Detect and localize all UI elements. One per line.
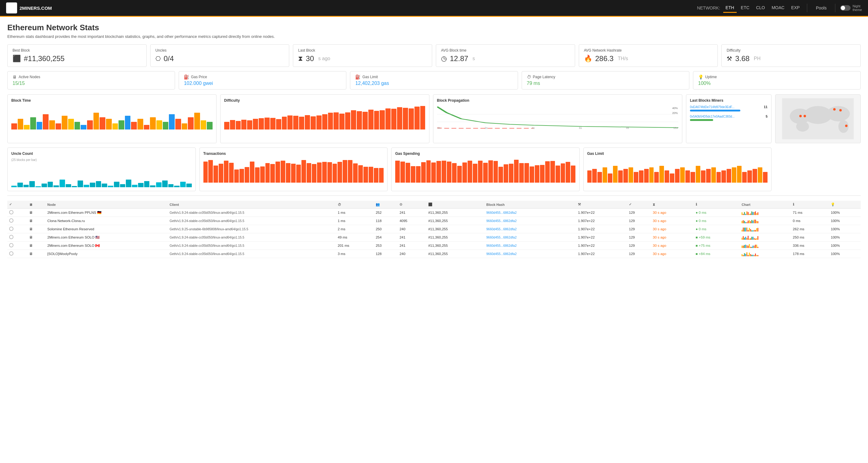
last-blocks-miners: Last Blocks Miners 0xEA674fdDe714fd979de…: [686, 94, 772, 143]
td-circle[interactable]: [7, 233, 27, 242]
nav-exp[interactable]: EXP: [788, 3, 802, 13]
td-hash: 9660d455...6862dfa2: [485, 233, 576, 242]
night-theme-toggle[interactable]: Nighttheme: [840, 4, 862, 11]
bar: [357, 111, 362, 129]
circle-button[interactable]: [9, 243, 13, 247]
circle-button[interactable]: [9, 251, 13, 256]
td-pending: 241: [398, 209, 426, 217]
nav-etc[interactable]: ETC: [739, 3, 752, 13]
chart-area: [204, 158, 384, 183]
transactions-chart: Transactions: [199, 148, 388, 191]
circle-button[interactable]: [9, 218, 13, 223]
bar: [530, 166, 534, 183]
minibar: [742, 212, 742, 215]
bar: [49, 120, 55, 129]
bar: [675, 169, 680, 183]
bar: [369, 167, 373, 183]
bar: [664, 171, 669, 183]
bar: [81, 125, 87, 129]
td-name: [SOLO]WoolyPooly: [45, 250, 168, 258]
td-txs: 129: [627, 209, 651, 217]
stat-value: ⎔ 0/4: [155, 54, 284, 63]
stat-uptime: 💡 Uptime 100%: [693, 71, 861, 90]
fire-icon: 🔥: [584, 55, 592, 63]
bar: [281, 161, 285, 183]
minibar: [744, 253, 745, 256]
td-propagation: ■ +84 ms: [694, 250, 740, 258]
minibar: [748, 255, 749, 256]
bar: [351, 110, 356, 129]
stat-unit: TH/s: [618, 56, 628, 61]
nav-eth[interactable]: ETH: [723, 3, 737, 13]
minibar: [754, 212, 755, 215]
td-peers: 253: [374, 242, 398, 250]
bar: [119, 120, 124, 129]
circle-button[interactable]: [9, 226, 13, 231]
td-circle[interactable]: [7, 225, 27, 233]
nav-clo[interactable]: CLO: [754, 3, 768, 13]
td-circle[interactable]: [7, 209, 27, 217]
bar: [649, 167, 654, 183]
chart-title: Difficulty: [224, 98, 426, 103]
minibar: [746, 227, 747, 232]
bulb-icon: 💡: [698, 74, 703, 80]
stats-row-1: Best Block ⬛ #11,360,255 Uncles ⎔ 0/4 La…: [7, 44, 861, 67]
bar: [726, 169, 731, 183]
td-pending: 4095: [398, 217, 426, 225]
prop-axis: 0s2s4s6s8s10s: [437, 126, 679, 129]
bar: [24, 185, 29, 187]
td-circle[interactable]: [7, 242, 27, 250]
td-circle[interactable]: [7, 217, 27, 225]
stat2-label: ⛽ Gas Price: [184, 74, 341, 80]
td-client: Geth/v1.9.24-stable-cc05b050/linux-amd64…: [168, 242, 336, 250]
clock-icon: ◷: [441, 55, 447, 63]
bar: [48, 182, 53, 187]
minibar: [755, 245, 756, 248]
stat-number: #11,360,255: [24, 54, 64, 63]
nav-links: NETWORK: ETH ETC CLO MOAC EXP Pools Nigh…: [697, 3, 862, 13]
td-latency2: 336 ms: [791, 242, 829, 250]
minibar: [744, 238, 745, 240]
bar: [721, 171, 726, 183]
bar: [494, 161, 498, 183]
circle-button[interactable]: [9, 210, 13, 214]
bar: [763, 172, 768, 183]
stat-unit: s ago: [318, 56, 330, 61]
bar: [737, 166, 742, 183]
bar: [18, 183, 23, 187]
td-peers: 250: [374, 225, 398, 233]
bar: [240, 169, 244, 183]
th-lat2: ℹ: [791, 200, 829, 209]
brand[interactable]: ⛏ 2MINERS.COM: [6, 2, 52, 13]
bar: [299, 117, 304, 129]
minibar: [749, 253, 750, 256]
td-propagation: ■ +75 ms: [694, 242, 740, 250]
bar: [395, 161, 400, 183]
minibar: [743, 246, 744, 248]
minibar: [745, 222, 746, 223]
bar: [11, 186, 17, 187]
bar: [276, 119, 281, 129]
spacer: [775, 148, 861, 191]
circle-button[interactable]: [9, 235, 13, 239]
bar: [659, 166, 664, 183]
bar: [125, 116, 131, 129]
bar: [93, 113, 99, 129]
minibar: [755, 220, 756, 223]
nav-divider: [807, 4, 807, 12]
td-diff: 1.907e+22: [576, 250, 627, 258]
minibar: [752, 230, 753, 232]
prop-labels: 40%20%: [672, 106, 678, 116]
bar: [41, 184, 47, 187]
minibar: [756, 255, 757, 256]
nav-moac[interactable]: MOAC: [769, 3, 787, 13]
chart-area: [395, 158, 576, 183]
bar: [208, 160, 213, 183]
pools-link[interactable]: Pools: [812, 4, 830, 12]
td-chart: [740, 250, 791, 258]
td-circle[interactable]: [7, 250, 27, 258]
toggle-switch[interactable]: [840, 5, 850, 11]
bar: [11, 123, 17, 129]
bar: [250, 161, 254, 183]
gas-spending-chart: Gas Spending: [391, 148, 580, 191]
